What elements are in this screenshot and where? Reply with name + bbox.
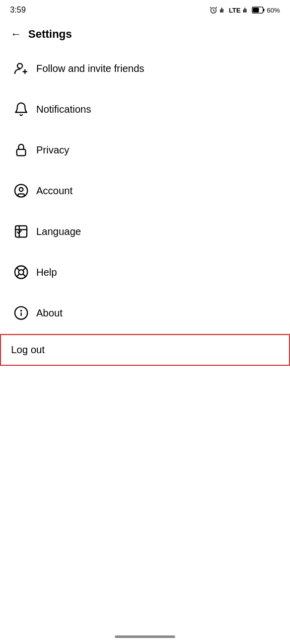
svg-line-13: [23, 268, 26, 270]
menu-item-about[interactable]: About: [0, 293, 290, 334]
menu-item-notifications[interactable]: Notifications: [0, 89, 290, 130]
language-label: Language: [36, 226, 81, 237]
bell-icon: [10, 98, 32, 120]
svg-rect-2: [263, 9, 265, 11]
logout-button[interactable]: Log out: [0, 334, 290, 366]
app-header: ← Settings: [0, 20, 290, 48]
lock-icon: [10, 139, 32, 161]
about-label: About: [36, 307, 62, 319]
lte-text: LTE: [229, 7, 241, 14]
back-button[interactable]: ←: [6, 24, 26, 44]
signal-icon: [220, 6, 227, 14]
svg-line-11: [17, 268, 19, 270]
help-icon: [10, 261, 32, 283]
menu-item-account[interactable]: Account: [0, 171, 290, 211]
svg-rect-3: [253, 8, 259, 13]
svg-rect-5: [17, 149, 26, 156]
privacy-label: Privacy: [36, 144, 69, 156]
account-label: Account: [36, 185, 72, 197]
menu-item-language[interactable]: Language: [0, 211, 290, 252]
svg-line-14: [17, 274, 19, 277]
alarm-icon: [209, 6, 218, 14]
follow-icon: [10, 57, 32, 79]
status-time: 3:59: [10, 6, 26, 15]
battery-icon: [252, 7, 265, 14]
battery-pct: 60%: [267, 7, 280, 14]
svg-line-12: [23, 274, 26, 277]
about-icon: [10, 302, 32, 324]
status-icons: LTE 60%: [209, 6, 280, 14]
menu-item-follow[interactable]: Follow and invite friends: [0, 48, 290, 89]
account-icon: [10, 180, 32, 202]
follow-label: Follow and invite friends: [36, 63, 144, 74]
page-title: Settings: [28, 28, 72, 41]
back-arrow-icon: ←: [11, 28, 22, 41]
svg-point-4: [18, 63, 23, 68]
status-bar: 3:59 LTE 60%: [0, 0, 290, 20]
notifications-label: Notifications: [36, 104, 91, 115]
svg-point-7: [19, 188, 23, 192]
signal-icon2: [243, 6, 250, 14]
logout-label: Log out: [11, 344, 45, 356]
settings-menu: Follow and invite friends Notifications …: [0, 48, 290, 334]
menu-item-help[interactable]: Help: [0, 252, 290, 293]
help-label: Help: [36, 267, 57, 278]
language-icon: [10, 220, 32, 243]
svg-point-6: [15, 185, 28, 197]
menu-item-privacy[interactable]: Privacy: [0, 130, 290, 171]
home-indicator: [115, 635, 175, 638]
